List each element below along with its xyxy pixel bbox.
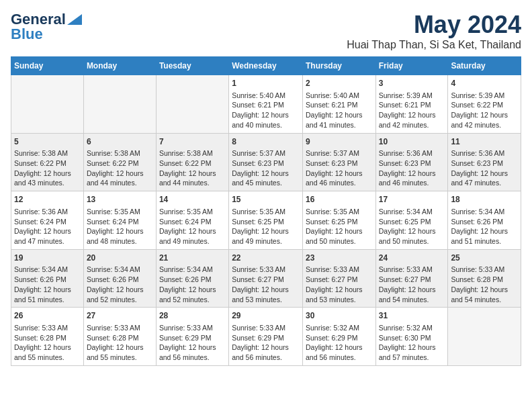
day-info: Sunrise: 5:36 AMSunset: 6:24 PMDaylight:… bbox=[14, 208, 71, 245]
day-info: Sunrise: 5:39 AMSunset: 6:21 PMDaylight:… bbox=[379, 91, 436, 129]
day-number: 12 bbox=[14, 194, 81, 205]
calendar-cell: 16Sunrise: 5:35 AMSunset: 6:25 PMDayligh… bbox=[302, 191, 375, 250]
calendar-cell: 31Sunrise: 5:32 AMSunset: 6:30 PMDayligh… bbox=[375, 308, 448, 366]
calendar-cell: 18Sunrise: 5:34 AMSunset: 6:26 PMDayligh… bbox=[448, 191, 521, 250]
day-number: 5 bbox=[14, 136, 81, 148]
day-number: 24 bbox=[379, 253, 445, 264]
week-row-2: 5Sunrise: 5:38 AMSunset: 6:22 PMDaylight… bbox=[11, 133, 521, 191]
day-number: 8 bbox=[232, 136, 300, 148]
day-number: 26 bbox=[14, 310, 81, 322]
day-number: 17 bbox=[379, 194, 445, 205]
day-number: 28 bbox=[159, 310, 226, 322]
day-number: 9 bbox=[306, 136, 373, 148]
week-row-5: 26Sunrise: 5:33 AMSunset: 6:28 PMDayligh… bbox=[11, 308, 521, 366]
header-saturday: Saturday bbox=[448, 57, 521, 75]
page-header: General Blue May 2024 Huai Thap Than, Si… bbox=[11, 11, 521, 51]
calendar-cell: 1Sunrise: 5:40 AMSunset: 6:21 PMDaylight… bbox=[229, 75, 303, 134]
logo-text-blue: Blue bbox=[11, 26, 43, 43]
calendar-cell: 11Sunrise: 5:36 AMSunset: 6:23 PMDayligh… bbox=[448, 133, 521, 191]
location-title: Huai Thap Than, Si Sa Ket, Thailand bbox=[347, 39, 521, 51]
day-number: 3 bbox=[379, 78, 445, 89]
calendar-cell: 8Sunrise: 5:37 AMSunset: 6:23 PMDaylight… bbox=[229, 133, 303, 191]
day-number: 4 bbox=[451, 78, 518, 89]
day-info: Sunrise: 5:38 AMSunset: 6:22 PMDaylight:… bbox=[87, 149, 144, 187]
day-info: Sunrise: 5:38 AMSunset: 6:22 PMDaylight:… bbox=[159, 149, 216, 187]
day-info: Sunrise: 5:38 AMSunset: 6:22 PMDaylight:… bbox=[14, 149, 71, 187]
day-info: Sunrise: 5:33 AMSunset: 6:27 PMDaylight:… bbox=[232, 265, 289, 303]
day-info: Sunrise: 5:33 AMSunset: 6:29 PMDaylight:… bbox=[159, 324, 216, 361]
calendar-cell: 3Sunrise: 5:39 AMSunset: 6:21 PMDaylight… bbox=[375, 75, 448, 134]
day-info: Sunrise: 5:35 AMSunset: 6:25 PMDaylight:… bbox=[232, 208, 289, 245]
calendar-cell: 22Sunrise: 5:33 AMSunset: 6:27 PMDayligh… bbox=[229, 249, 303, 308]
header-friday: Friday bbox=[375, 57, 448, 75]
day-info: Sunrise: 5:34 AMSunset: 6:25 PMDaylight:… bbox=[379, 208, 436, 245]
header-row: SundayMondayTuesdayWednesdayThursdayFrid… bbox=[11, 57, 521, 75]
month-title: May 2024 bbox=[347, 11, 521, 39]
day-info: Sunrise: 5:35 AMSunset: 6:24 PMDaylight:… bbox=[87, 208, 144, 245]
day-info: Sunrise: 5:33 AMSunset: 6:27 PMDaylight:… bbox=[306, 265, 363, 303]
day-number: 31 bbox=[379, 310, 445, 322]
header-monday: Monday bbox=[83, 57, 156, 75]
day-info: Sunrise: 5:32 AMSunset: 6:29 PMDaylight:… bbox=[306, 324, 363, 361]
day-number: 22 bbox=[232, 253, 300, 264]
calendar-cell: 6Sunrise: 5:38 AMSunset: 6:22 PMDaylight… bbox=[83, 133, 156, 191]
day-number: 11 bbox=[451, 136, 518, 148]
day-info: Sunrise: 5:34 AMSunset: 6:26 PMDaylight:… bbox=[87, 265, 144, 303]
calendar-cell: 28Sunrise: 5:33 AMSunset: 6:29 PMDayligh… bbox=[156, 308, 228, 366]
day-number: 20 bbox=[87, 253, 153, 264]
day-info: Sunrise: 5:33 AMSunset: 6:27 PMDaylight:… bbox=[379, 265, 436, 303]
calendar-cell: 14Sunrise: 5:35 AMSunset: 6:24 PMDayligh… bbox=[156, 191, 228, 250]
day-info: Sunrise: 5:40 AMSunset: 6:21 PMDaylight:… bbox=[306, 91, 363, 129]
calendar-cell bbox=[83, 75, 156, 134]
day-info: Sunrise: 5:33 AMSunset: 6:28 PMDaylight:… bbox=[451, 265, 508, 303]
calendar-cell: 19Sunrise: 5:34 AMSunset: 6:26 PMDayligh… bbox=[11, 249, 84, 308]
day-info: Sunrise: 5:37 AMSunset: 6:23 PMDaylight:… bbox=[306, 149, 363, 187]
calendar-cell bbox=[156, 75, 228, 134]
title-section: May 2024 Huai Thap Than, Si Sa Ket, Thai… bbox=[347, 11, 521, 51]
day-info: Sunrise: 5:33 AMSunset: 6:29 PMDaylight:… bbox=[232, 324, 289, 361]
day-number: 6 bbox=[87, 136, 153, 148]
day-info: Sunrise: 5:35 AMSunset: 6:24 PMDaylight:… bbox=[159, 208, 216, 245]
logo-icon bbox=[67, 14, 82, 25]
day-info: Sunrise: 5:35 AMSunset: 6:25 PMDaylight:… bbox=[306, 208, 363, 245]
day-number: 18 bbox=[451, 194, 518, 205]
day-number: 29 bbox=[232, 310, 300, 322]
day-number: 15 bbox=[232, 194, 300, 205]
day-info: Sunrise: 5:33 AMSunset: 6:28 PMDaylight:… bbox=[14, 324, 71, 361]
day-info: Sunrise: 5:39 AMSunset: 6:22 PMDaylight:… bbox=[451, 91, 508, 129]
day-number: 27 bbox=[87, 310, 153, 322]
day-number: 16 bbox=[306, 194, 373, 205]
day-info: Sunrise: 5:33 AMSunset: 6:28 PMDaylight:… bbox=[87, 324, 144, 361]
calendar-table: SundayMondayTuesdayWednesdayThursdayFrid… bbox=[11, 56, 521, 366]
calendar-cell: 20Sunrise: 5:34 AMSunset: 6:26 PMDayligh… bbox=[83, 249, 156, 308]
header-thursday: Thursday bbox=[302, 57, 375, 75]
calendar-cell: 21Sunrise: 5:34 AMSunset: 6:26 PMDayligh… bbox=[156, 249, 228, 308]
day-number: 13 bbox=[87, 194, 153, 205]
calendar-cell: 7Sunrise: 5:38 AMSunset: 6:22 PMDaylight… bbox=[156, 133, 228, 191]
calendar-cell: 5Sunrise: 5:38 AMSunset: 6:22 PMDaylight… bbox=[11, 133, 84, 191]
calendar-cell: 12Sunrise: 5:36 AMSunset: 6:24 PMDayligh… bbox=[11, 191, 84, 250]
day-info: Sunrise: 5:37 AMSunset: 6:23 PMDaylight:… bbox=[232, 149, 289, 187]
day-number: 23 bbox=[306, 253, 373, 264]
day-info: Sunrise: 5:36 AMSunset: 6:23 PMDaylight:… bbox=[451, 149, 508, 187]
week-row-4: 19Sunrise: 5:34 AMSunset: 6:26 PMDayligh… bbox=[11, 249, 521, 308]
day-info: Sunrise: 5:34 AMSunset: 6:26 PMDaylight:… bbox=[159, 265, 216, 303]
header-wednesday: Wednesday bbox=[229, 57, 303, 75]
calendar-cell: 4Sunrise: 5:39 AMSunset: 6:22 PMDaylight… bbox=[448, 75, 521, 134]
day-info: Sunrise: 5:36 AMSunset: 6:23 PMDaylight:… bbox=[379, 149, 436, 187]
calendar-cell: 24Sunrise: 5:33 AMSunset: 6:27 PMDayligh… bbox=[375, 249, 448, 308]
day-number: 21 bbox=[159, 253, 226, 264]
day-number: 7 bbox=[159, 136, 226, 148]
calendar-cell bbox=[448, 308, 521, 366]
calendar-cell: 23Sunrise: 5:33 AMSunset: 6:27 PMDayligh… bbox=[302, 249, 375, 308]
day-number: 1 bbox=[232, 78, 300, 89]
calendar-cell: 29Sunrise: 5:33 AMSunset: 6:29 PMDayligh… bbox=[229, 308, 303, 366]
week-row-1: 1Sunrise: 5:40 AMSunset: 6:21 PMDaylight… bbox=[11, 75, 521, 134]
calendar-cell bbox=[11, 75, 84, 134]
calendar-cell: 15Sunrise: 5:35 AMSunset: 6:25 PMDayligh… bbox=[229, 191, 303, 250]
day-info: Sunrise: 5:34 AMSunset: 6:26 PMDaylight:… bbox=[451, 208, 508, 245]
calendar-cell: 9Sunrise: 5:37 AMSunset: 6:23 PMDaylight… bbox=[302, 133, 375, 191]
logo: General Blue bbox=[11, 11, 82, 43]
day-number: 19 bbox=[14, 253, 81, 264]
calendar-cell: 25Sunrise: 5:33 AMSunset: 6:28 PMDayligh… bbox=[448, 249, 521, 308]
